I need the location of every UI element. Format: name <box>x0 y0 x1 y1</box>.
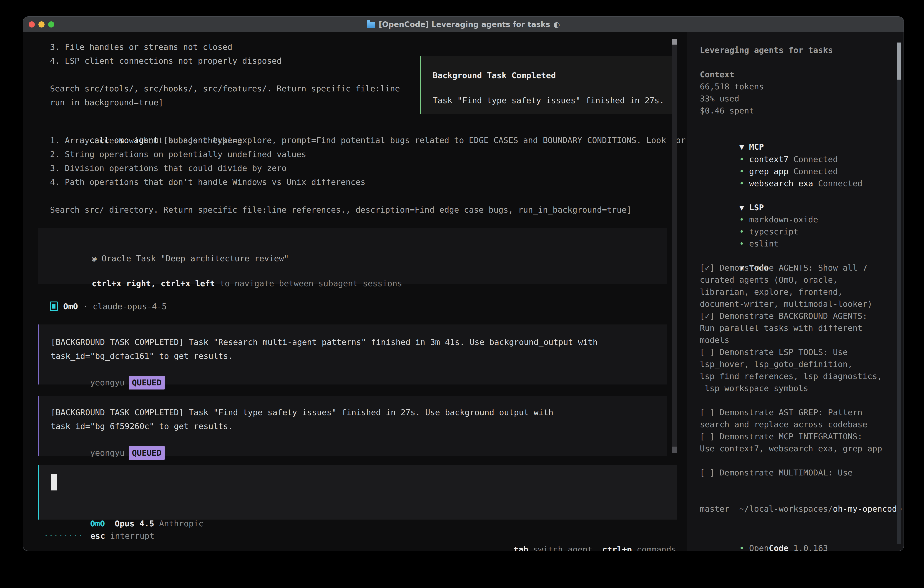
message-meta: yeongyuQUEUED <box>51 362 165 376</box>
todo-item-pending: [ ] Demonstrate MCP INTEGRATIONS: <box>700 430 862 443</box>
message-author: yeongyu <box>90 378 125 387</box>
status-badge: QUEUED <box>129 446 165 460</box>
notification-title: Background Task Completed <box>433 69 556 82</box>
main-scrollbar-track[interactable] <box>672 39 677 453</box>
notification-body: Task "Find type safety issues" finished … <box>433 94 664 107</box>
prompt-input[interactable]: OmO Opus 4.5 Anthropic <box>38 465 677 520</box>
half-moon-icon: ◐ <box>553 20 560 29</box>
todo-item-pending: [ ] Demonstrate AST-GREP: Pattern <box>700 406 862 418</box>
tool-arg-line: 2. String operations on potentially unde… <box>50 147 306 161</box>
todo-item-pending: search and replace across codebase <box>700 418 867 430</box>
todo-item-done: Run parallel tasks with different <box>700 322 862 334</box>
agent-header: OmO · claude-opus-4-5 <box>50 299 167 313</box>
opencode-window: [OpenCode] Leveraging agents for tasks ◐… <box>23 17 904 551</box>
esc-key-label: interrupt <box>105 529 154 543</box>
message-line: [BACKGROUND TASK COMPLETED] Task "Resear… <box>51 335 598 349</box>
context-spent: $0.46 spent <box>700 105 754 117</box>
todo-item-done: librarian, explore, frontend, <box>700 286 843 298</box>
lsp-item: • markdown-oxide <box>700 202 818 213</box>
workspace-branch: master <box>700 503 729 515</box>
message-block: [BACKGROUND TASK COMPLETED] Task "Find t… <box>38 396 667 456</box>
input-agent: OmO <box>90 519 105 528</box>
agent-name: OmO <box>63 302 78 311</box>
input-model: Opus 4.5 <box>105 519 159 528</box>
main-scrollbar-cap <box>672 447 677 453</box>
todo-item-done: models <box>700 334 729 346</box>
lsp-section-header[interactable]: ▼ LSP <box>700 189 764 202</box>
oracle-task-line: ◉ Oracle Task "Deep architecture review" <box>52 238 289 252</box>
input-meta: OmO Opus 4.5 Anthropic <box>51 503 203 517</box>
main-scrollbar-thumb[interactable] <box>672 39 677 45</box>
background-task-notification: Background Task Completed Task "Find typ… <box>420 56 675 114</box>
tool-arg-line: 3. Division operations that could divide… <box>50 162 287 175</box>
todo-item-active: lsp_find_references, lsp_diagnostics, <box>700 370 882 382</box>
hint-keys: ctrl+x right, ctrl+x left <box>92 279 215 288</box>
sidebar-scrollbar-track[interactable] <box>897 43 901 544</box>
text-cursor <box>51 474 57 491</box>
context-tokens: 66,518 tokens <box>700 81 764 92</box>
lsp-item: • eslint <box>700 226 779 238</box>
tool-call-line: ⚙ call_omo_agent [subagent_type=explore,… <box>50 120 686 134</box>
close-button[interactable] <box>29 21 35 28</box>
agent-model-sep: · <box>78 302 93 311</box>
message-line: task_id="bg_6f59260c" to get results. <box>51 420 233 433</box>
tab-key-hint: tab <box>514 545 528 551</box>
todo-item-done: [✓] Demonstrate BACKGROUND AGENTS: <box>700 310 867 322</box>
statusbar-left: ········ esc interrupt <box>44 529 154 543</box>
esc-key-hint: esc <box>90 529 105 543</box>
title-bar[interactable]: [OpenCode] Leveraging agents for tasks ◐ <box>23 17 904 32</box>
sidebar-scrollbar-thumb[interactable] <box>897 43 901 79</box>
message-meta: yeongyuQUEUED <box>51 433 165 446</box>
statusbar-right: tab switch agent ctrl+p commands <box>484 529 676 543</box>
context-heading: Context <box>700 68 734 81</box>
todo-item-active: lsp_hover, lsp_goto_definition, <box>700 358 853 370</box>
message-block: [BACKGROUND TASK COMPLETED] Task "Resear… <box>38 324 667 385</box>
todo-item-active: lsp_workspace_symbols <box>700 382 808 394</box>
agent-model: claude-opus-4-5 <box>93 302 167 311</box>
todo-item-pending: [ ] Demonstrate MULTIMODAL: Use <box>700 467 853 479</box>
ctrlp-key-label: commands <box>632 545 676 551</box>
folder-icon <box>367 22 375 28</box>
tool-arg-line: Search src/ directory. Return specific f… <box>50 203 632 217</box>
ctrlp-key-hint: ctrl+p <box>602 545 632 551</box>
status-dot-icon: • <box>739 239 749 248</box>
minimize-button[interactable] <box>38 21 45 28</box>
window-title-text: [OpenCode] Leveraging agents for tasks <box>379 20 550 29</box>
status-badge: QUEUED <box>129 376 165 390</box>
mcp-item: • websearch_exa Connected <box>700 165 862 177</box>
status-dot-icon: • <box>739 543 749 551</box>
mcp-section-header[interactable]: ▼ MCP <box>700 129 764 141</box>
hint-text: to navigate between subagent sessions <box>215 279 402 288</box>
message-line: [BACKGROUND TASK COMPLETED] Task "Find t… <box>51 406 553 419</box>
scrollback-line: 4. LSP client connections not properly d… <box>50 54 282 68</box>
todo-item-done: document-writer, multimodal-looker) <box>700 298 872 310</box>
traffic-lights <box>29 17 54 32</box>
message-author: yeongyu <box>90 448 125 458</box>
screen: [OpenCode] Leveraging agents for tasks ◐… <box>0 0 924 588</box>
tool-arg-line: 1. Array access without bounds checking <box>50 134 242 147</box>
scrollback-line: run_in_background=true] <box>50 96 163 109</box>
mcp-item: • grep_app Connected <box>700 153 838 165</box>
tool-arg-line: 4. Path operations that don't handle Win… <box>50 175 365 189</box>
zoom-button[interactable] <box>48 21 54 28</box>
spinner-dots: ········ <box>44 529 83 543</box>
agent-avatar-icon <box>50 302 58 311</box>
context-used: 33% used <box>700 92 739 105</box>
sidebar: Leveraging agents for tasks Context 66,5… <box>687 32 903 551</box>
mcp-item: • context7 Connected <box>700 141 838 153</box>
lsp-item: • typescript <box>700 213 799 226</box>
todo-section-header[interactable]: ▼ Todo <box>700 249 769 262</box>
workspace-path: ~/local-workspaces/oh-my-opencode: <box>700 491 904 503</box>
version-line: • OpenCode 1.0.163 <box>700 530 828 542</box>
scrollback-line: Search src/tools/, src/hooks/, src/featu… <box>50 82 400 96</box>
scrollback-line: 3. File handles or streams not closed <box>50 40 233 54</box>
todo-item-done: curated agents (OmO, oracle, <box>700 274 838 286</box>
todo-item-active: [ ] Demonstrate LSP TOOLS: Use <box>700 346 848 358</box>
oracle-hint-line: ctrl+x right, ctrl+x left to navigate be… <box>52 263 402 277</box>
oracle-task-panel: ◉ Oracle Task "Deep architecture review"… <box>38 228 667 284</box>
message-line: task_id="bg_dcfac161" to get results. <box>51 349 233 363</box>
session-title: Leveraging agents for tasks <box>700 44 833 56</box>
oracle-task-text: Oracle Task "Deep architecture review" <box>97 254 289 263</box>
todo-item-pending: Use context7, websearch_exa, grep_app <box>700 443 882 454</box>
input-provider: Anthropic <box>159 519 203 528</box>
